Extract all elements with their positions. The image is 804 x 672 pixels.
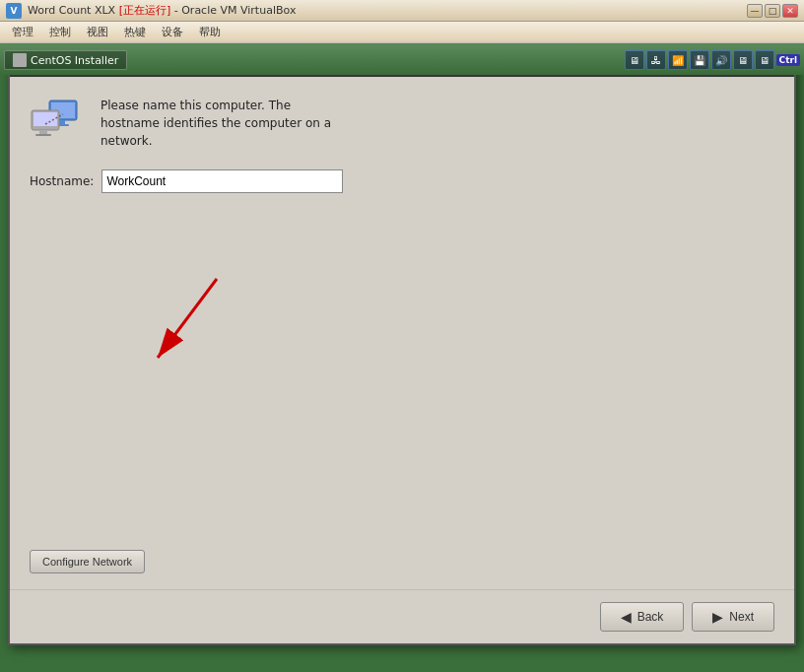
svg-rect-8 bbox=[35, 134, 51, 136]
vbox-menu-manage[interactable]: 管理 bbox=[4, 23, 41, 41]
configure-network-button[interactable]: Configure Network bbox=[30, 550, 145, 573]
tray-icon-display5: 🔊 bbox=[715, 55, 727, 66]
vbox-titlebar: V Word Count XLX [正在运行] - Oracle VM Virt… bbox=[0, 0, 804, 22]
vbox-menu-hotkey[interactable]: 热键 bbox=[116, 23, 154, 41]
vbox-minimize-btn[interactable]: — bbox=[747, 4, 763, 18]
bottom-taskbar: CentOS Installer 🖥 🖧 📶 💾 🔊 🖥 � bbox=[0, 45, 804, 75]
vbox-close-btn[interactable]: ✕ bbox=[782, 4, 798, 18]
red-arrow-indicator bbox=[138, 269, 256, 377]
back-arrow-icon: ◀ bbox=[621, 609, 632, 625]
hostname-input[interactable] bbox=[101, 169, 343, 193]
back-button[interactable]: ◀ Back bbox=[600, 602, 685, 632]
hostname-section: Please name this computer. The hostname … bbox=[30, 97, 774, 150]
tray-icon-display1: 🖥 bbox=[630, 55, 639, 66]
vbox-icon: V bbox=[6, 3, 22, 19]
tray-icon-display7: 🖥 bbox=[760, 55, 770, 66]
hostname-label: Hostname: bbox=[30, 174, 94, 188]
back-label: Back bbox=[637, 610, 664, 624]
bottom-tray-icon7[interactable]: 🖥 bbox=[755, 50, 774, 70]
bottom-tray-icon3[interactable]: 📶 bbox=[668, 50, 688, 70]
hostname-row: Hostname: bbox=[30, 169, 774, 193]
bottom-right-area: 🖥 🖧 📶 💾 🔊 🖥 🖥 Ctrl bbox=[625, 50, 800, 70]
bottom-tray-icon6[interactable]: 🖥 bbox=[733, 50, 753, 70]
bottom-tray-icon2[interactable]: 🖧 bbox=[646, 50, 666, 70]
next-label: Next bbox=[729, 610, 754, 624]
tray-icon-display6: 🖥 bbox=[738, 55, 748, 66]
tray-icon-display2: 🖧 bbox=[651, 55, 661, 66]
vbox-window-controls: — □ ✕ bbox=[747, 4, 798, 18]
vbox-menu-help[interactable]: 帮助 bbox=[191, 23, 229, 41]
bottom-tray-icon1[interactable]: 🖥 bbox=[625, 50, 644, 70]
installer-buttons: ◀ Back ▶ Next bbox=[10, 589, 794, 643]
vbox-menu-devices[interactable]: 设备 bbox=[154, 23, 191, 41]
tray-icon-display4: 💾 bbox=[694, 55, 705, 66]
vbox-restore-btn[interactable]: □ bbox=[765, 4, 780, 18]
next-button[interactable]: ▶ Next bbox=[692, 602, 774, 632]
centos-installer-task-label: CentOS Installer bbox=[31, 54, 118, 67]
ctrl-badge: Ctrl bbox=[776, 54, 800, 66]
installer-content: Please name this computer. The hostname … bbox=[10, 77, 794, 589]
network-computers-icon bbox=[30, 97, 85, 146]
bottom-tray-icon4[interactable]: 💾 bbox=[690, 50, 709, 70]
vbox-window-title: Word Count XLX [正在运行] - Oracle VM Virtua… bbox=[28, 3, 747, 18]
svg-rect-7 bbox=[39, 130, 47, 134]
bottom-tray-icon5[interactable]: 🔊 bbox=[711, 50, 731, 70]
centos-installer-taskicon bbox=[13, 53, 27, 67]
vbox-menu-control[interactable]: 控制 bbox=[41, 23, 79, 41]
installer-window: CentOS Installer — □ ✕ bbox=[8, 51, 796, 645]
vbox-menubar: 管理 控制 视图 热键 设备 帮助 bbox=[0, 22, 804, 43]
svg-line-11 bbox=[158, 279, 217, 358]
centos-installer-taskitem[interactable]: CentOS Installer bbox=[4, 50, 127, 70]
tray-icon-display3: 📶 bbox=[672, 55, 684, 66]
next-arrow-icon: ▶ bbox=[712, 609, 723, 625]
vbox-menu-view[interactable]: 视图 bbox=[79, 23, 116, 41]
hostname-description: Please name this computer. The hostname … bbox=[100, 97, 774, 150]
